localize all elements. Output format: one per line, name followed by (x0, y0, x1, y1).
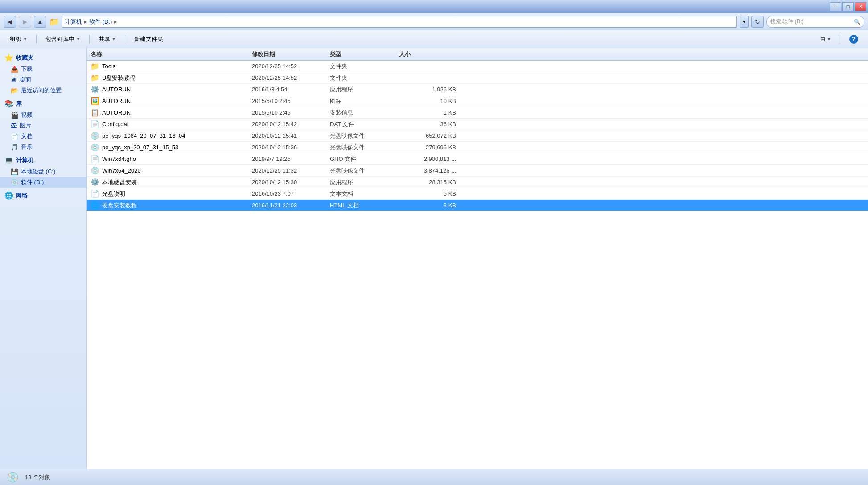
file-date: 2015/5/10 2:45 (252, 109, 330, 116)
file-row[interactable]: 💿 pe_yqs_xp_20_07_31_15_53 2020/10/12 15… (87, 142, 868, 153)
file-type: GHO 文件 (330, 155, 399, 163)
sidebar-item-documents[interactable]: 📄 文档 (0, 131, 86, 142)
file-row[interactable]: 📁 Tools 2020/12/25 14:52 文件夹 (87, 61, 868, 72)
col-header-size[interactable]: 大小 (399, 50, 461, 58)
recent-label: 最近访问的位置 (21, 86, 62, 95)
sidebar-item-desktop[interactable]: 🖥 桌面 (0, 74, 86, 85)
back-button[interactable]: ◀ (4, 16, 16, 28)
close-button[interactable]: ✕ (855, 2, 866, 11)
share-button[interactable]: 共享 ▼ (93, 33, 121, 46)
file-name: AUTORUN (102, 109, 131, 116)
toolbar: 组织 ▼ 包含到库中 ▼ 共享 ▼ 新建文件夹 ⊞ ▼ ? (0, 30, 868, 48)
status-bar: 💿 13 个对象 (0, 469, 868, 485)
col-header-date[interactable]: 修改日期 (252, 50, 330, 58)
status-text: 13 个对象 (25, 473, 50, 481)
sidebar-item-recent[interactable]: 📂 最近访问的位置 (0, 85, 86, 96)
file-row[interactable]: ⚙️ AUTORUN 2016/1/8 4:54 应用程序 1,926 KB (87, 84, 868, 95)
recent-icon: 📂 (11, 87, 18, 94)
sidebar: ⭐ 收藏夹 📥 下载 🖥 桌面 📂 最近访问的位置 📚 库 (0, 48, 87, 469)
search-placeholder: 搜索 软件 (D:) (770, 18, 804, 25)
file-row[interactable]: 🖼️ AUTORUN 2015/5/10 2:45 图标 10 KB (87, 95, 868, 107)
file-row[interactable]: 📄 Win7x64.gho 2019/9/7 19:25 GHO 文件 2,90… (87, 153, 868, 165)
file-row[interactable]: 💿 Win7x64_2020 2020/12/25 11:32 光盘映像文件 3… (87, 165, 868, 177)
sidebar-header-network[interactable]: 🌐 网络 (0, 189, 86, 201)
organize-button[interactable]: 组织 ▼ (4, 33, 33, 46)
address-bar: ◀ ▶ ▲ 📁 计算机 ▶ 软件 (D:) ▶ ▼ ↻ 搜索 软件 (D:) 🔍 (0, 13, 868, 30)
sidebar-item-videos[interactable]: 🎬 视频 (0, 110, 86, 120)
sidebar-header-library[interactable]: 📚 库 (0, 98, 86, 110)
sidebar-item-drive-c[interactable]: 💾 本地磁盘 (C:) (0, 166, 86, 177)
view-arrow: ▼ (827, 37, 831, 41)
file-icon: 📁 (91, 62, 99, 70)
file-row[interactable]: 📄 Config.dat 2020/10/12 15:42 DAT 文件 36 … (87, 119, 868, 130)
file-size: 36 KB (399, 121, 461, 127)
file-icon: 📋 (91, 108, 99, 117)
file-row[interactable]: 📋 AUTORUN 2015/5/10 2:45 安装信息 1 KB (87, 107, 868, 119)
search-bar[interactable]: 搜索 软件 (D:) 🔍 (766, 16, 864, 28)
sidebar-item-images[interactable]: 🖼 图片 (0, 120, 86, 131)
file-name: Tools (102, 63, 115, 70)
file-icon: 💿 (91, 166, 99, 175)
new-folder-label: 新建文件夹 (134, 35, 163, 43)
file-name: pe_yqs_1064_20_07_31_16_04 (102, 132, 185, 139)
sidebar-header-favorites[interactable]: ⭐ 收藏夹 (0, 52, 86, 64)
sort-by-date-button[interactable]: 修改日期 (252, 50, 275, 58)
sidebar-item-music[interactable]: 🎵 音乐 (0, 142, 86, 152)
file-list-area: 名称 修改日期 类型 大小 📁 Tools 2020/12/25 14:52 文… (87, 48, 868, 469)
file-type: 文本文档 (330, 190, 399, 198)
sidebar-item-drive-d[interactable]: 💿 软件 (D:) (0, 177, 86, 188)
breadcrumb-computer[interactable]: 计算机 (65, 18, 82, 26)
address-dropdown[interactable]: ▼ (740, 16, 749, 28)
col-header-type[interactable]: 类型 (330, 50, 399, 58)
sort-by-name-button[interactable]: 名称 (91, 50, 102, 58)
music-label: 音乐 (21, 143, 33, 151)
file-size: 28,315 KB (399, 179, 461, 185)
search-icon: 🔍 (854, 19, 860, 25)
file-size: 5 KB (399, 190, 461, 197)
breadcrumb[interactable]: 计算机 ▶ 软件 (D:) ▶ (62, 16, 737, 28)
file-list-header: 名称 修改日期 类型 大小 (87, 48, 868, 61)
sidebar-item-downloads[interactable]: 📥 下载 (0, 64, 86, 74)
file-name: U盘安装教程 (102, 74, 135, 82)
file-row[interactable]: 🌐 硬盘安装教程 2016/11/21 22:03 HTML 文档 3 KB (87, 200, 868, 211)
file-icon: 📄 (91, 155, 99, 163)
help-icon: ? (849, 35, 858, 44)
up-button[interactable]: ▲ (34, 16, 46, 28)
drive-d-icon: 💿 (11, 179, 18, 186)
sidebar-section-favorites: ⭐ 收藏夹 📥 下载 🖥 桌面 📂 最近访问的位置 (0, 52, 86, 96)
videos-icon: 🎬 (11, 111, 18, 119)
file-date: 2020/10/12 15:41 (252, 132, 330, 139)
help-button[interactable]: ? (844, 33, 864, 46)
file-icon: 🖼️ (91, 97, 99, 105)
file-row[interactable]: 📄 光盘说明 2016/10/23 7:07 文本文档 5 KB (87, 188, 868, 200)
file-type: 光盘映像文件 (330, 132, 399, 140)
refresh-button[interactable]: ↻ (751, 16, 764, 28)
folder-icon: 📁 (49, 17, 59, 27)
view-button[interactable]: ⊞ ▼ (815, 33, 836, 46)
view-icon: ⊞ (820, 36, 825, 42)
title-bar: ─ □ ✕ (0, 0, 868, 13)
library-icon: 📚 (4, 99, 13, 108)
col-header-name[interactable]: 名称 (87, 50, 252, 58)
file-row[interactable]: ⚙️ 本地硬盘安装 2020/10/12 15:30 应用程序 28,315 K… (87, 177, 868, 188)
add-to-library-button[interactable]: 包含到库中 ▼ (40, 33, 86, 46)
file-size: 279,696 KB (399, 144, 461, 151)
window-controls: ─ □ ✕ (830, 2, 866, 11)
network-label: 网络 (16, 192, 28, 200)
file-icon: 📁 (91, 74, 99, 82)
file-row[interactable]: 💿 pe_yqs_1064_20_07_31_16_04 2020/10/12 … (87, 130, 868, 142)
forward-button[interactable]: ▶ (19, 16, 31, 28)
maximize-button[interactable]: □ (842, 2, 854, 11)
breadcrumb-drive-d[interactable]: 软件 (D:) (89, 18, 112, 26)
file-icon: 📄 (91, 120, 99, 128)
new-folder-button[interactable]: 新建文件夹 (129, 33, 169, 46)
file-size: 3 KB (399, 202, 461, 209)
status-icon: 💿 (5, 470, 20, 485)
main-layout: ⭐ 收藏夹 📥 下载 🖥 桌面 📂 最近访问的位置 📚 库 (0, 48, 868, 469)
sidebar-header-computer[interactable]: 💻 计算机 (0, 154, 86, 166)
file-name: pe_yqs_xp_20_07_31_15_53 (102, 144, 178, 151)
minimize-button[interactable]: ─ (830, 2, 841, 11)
file-row[interactable]: 📁 U盘安装教程 2020/12/25 14:52 文件夹 (87, 72, 868, 84)
sort-by-size-button[interactable]: 大小 (399, 50, 411, 58)
sort-by-type-button[interactable]: 类型 (330, 50, 341, 58)
